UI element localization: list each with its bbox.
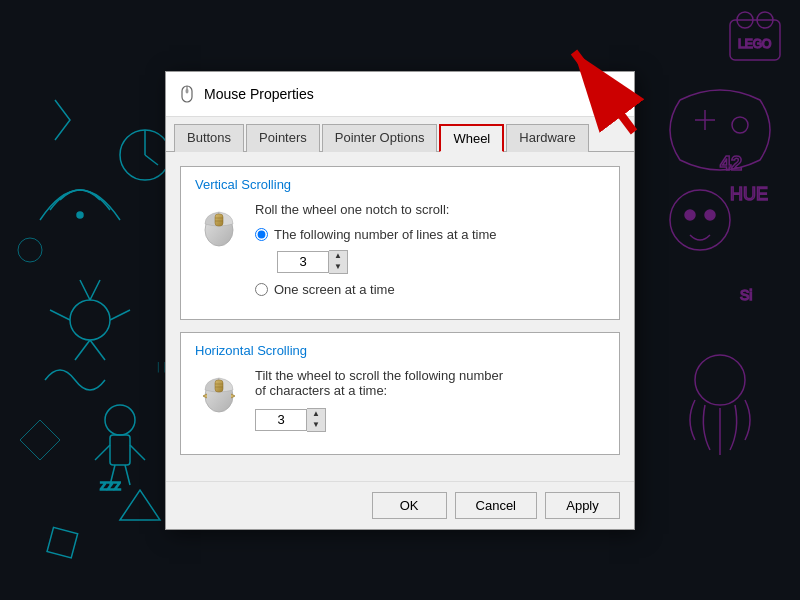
ok-button[interactable]: OK [372, 492, 447, 519]
chars-spinner-down[interactable]: ▼ [307, 420, 325, 431]
tab-buttons[interactable]: Buttons [174, 124, 244, 152]
radio-screen-label: One screen at a time [274, 282, 395, 297]
svg-rect-47 [215, 380, 223, 392]
dialog-footer: OK Cancel Apply [166, 481, 634, 529]
mouse-title-icon [178, 85, 196, 103]
title-left: Mouse Properties [178, 85, 314, 103]
vertical-section-title: Vertical Scrolling [195, 177, 605, 192]
lines-spinner-down[interactable]: ▼ [329, 262, 347, 273]
tab-pointer-options[interactable]: Pointer Options [322, 124, 438, 152]
tab-wheel[interactable]: Wheel [439, 124, 504, 152]
vertical-section-row: Roll the wheel one notch to scroll: The … [195, 202, 605, 305]
chars-spinner-up[interactable]: ▲ [307, 409, 325, 420]
lines-spinner-buttons: ▲ ▼ [329, 250, 348, 274]
dialog-title: Mouse Properties [204, 86, 314, 102]
tab-hardware[interactable]: Hardware [506, 124, 588, 152]
tab-pointers[interactable]: Pointers [246, 124, 320, 152]
radio-screen-input[interactable] [255, 283, 268, 296]
apply-button[interactable]: Apply [545, 492, 620, 519]
horizontal-options: Tilt the wheel to scroll the following n… [255, 368, 605, 440]
cancel-button[interactable]: Cancel [455, 492, 537, 519]
vertical-options: Roll the wheel one notch to scroll: The … [255, 202, 605, 305]
chars-spinner-row: ▲ ▼ [255, 408, 605, 432]
vertical-wheel-icon [195, 202, 243, 250]
vertical-scrolling-section: Vertical Scrolling [180, 166, 620, 320]
horizontal-wheel-icon [195, 368, 243, 416]
horizontal-scrolling-section: Horizontal Scrolling [180, 332, 620, 455]
dialog-content: Vertical Scrolling [166, 152, 634, 481]
svg-point-41 [186, 88, 189, 93]
horizontal-section-row: Tilt the wheel to scroll the following n… [195, 368, 605, 440]
radio-screen-option: One screen at a time [255, 282, 605, 297]
mouse-properties-dialog: Mouse Properties ✕ Buttons Pointers Poin… [165, 71, 635, 530]
radio-lines-option: The following number of lines at a time [255, 227, 605, 242]
chars-spinner-input[interactable] [255, 409, 307, 431]
tab-bar: Buttons Pointers Pointer Options Wheel H… [166, 117, 634, 152]
horizontal-section-title: Horizontal Scrolling [195, 343, 605, 358]
horizontal-description: Tilt the wheel to scroll the following n… [255, 368, 605, 398]
vertical-description: Roll the wheel one notch to scroll: [255, 202, 605, 217]
radio-lines-input[interactable] [255, 228, 268, 241]
lines-spinner-up[interactable]: ▲ [329, 251, 347, 262]
svg-rect-43 [215, 214, 223, 226]
close-button[interactable]: ✕ [594, 80, 622, 108]
dialog-titlebar: Mouse Properties ✕ [166, 72, 634, 117]
dialog-backdrop: Mouse Properties ✕ Buttons Pointers Poin… [0, 0, 800, 600]
lines-spinner-input[interactable] [277, 251, 329, 273]
radio-lines-label: The following number of lines at a time [274, 227, 497, 242]
chars-spinner-buttons: ▲ ▼ [307, 408, 326, 432]
lines-spinner-row: ▲ ▼ [277, 250, 605, 274]
